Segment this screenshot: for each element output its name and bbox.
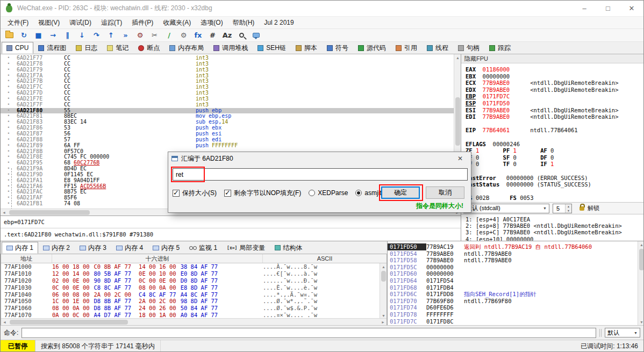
tab-struct[interactable]: 结构体: [270, 242, 307, 254]
tab-memory-3[interactable]: 内存 3: [75, 242, 111, 254]
splitter-handle[interactable]: [599, 329, 602, 337]
search-button[interactable]: [235, 30, 248, 41]
dump-row[interactable]: 77AF10700A 00 0C 00A4 D7 AF 7718 00 1A 0…: [1, 312, 380, 318]
stack-row[interactable]: 0171FD78FFFFFFFF: [388, 311, 638, 318]
breakpoint-dot[interactable]: •: [1, 131, 17, 137]
menu-item-3[interactable]: 追踪(T): [96, 17, 127, 29]
stack-arg-line[interactable]: 3: [esp+C] 77B9ABE0 <ntdll.DbgUiRemoteBr…: [466, 229, 644, 235]
nop-fill-checkbox[interactable]: [224, 190, 231, 197]
pause-button[interactable]: ‖: [61, 30, 74, 41]
callconv-select[interactable]: 默认 (stdcall) ▼: [463, 204, 549, 213]
hash-button[interactable]: #: [206, 30, 219, 41]
menu-item-0[interactable]: 文件(F): [3, 17, 33, 29]
breakpoint-dot[interactable]: •: [1, 84, 17, 90]
scroll-thumb[interactable]: [639, 249, 644, 270]
stack-row[interactable]: 0171FD680171FDB4: [388, 284, 638, 291]
tab-breakpoints[interactable]: 断点: [133, 42, 164, 54]
settings-button[interactable]: ⚙: [133, 30, 147, 41]
register-line[interactable]: EFLAGS 00000246: [466, 141, 644, 148]
stack-row[interactable]: 0171FD5877B9ABE0ntdll.77B9ABE0: [388, 257, 638, 264]
scroll-up-icon[interactable]: ▲: [638, 241, 644, 248]
menu-item-7[interactable]: 帮助(H): [228, 17, 260, 29]
breakpoint-dot[interactable]: •: [1, 143, 17, 149]
hide-fpu-button[interactable]: 隐藏FPU: [461, 54, 644, 63]
stack-arg-line[interactable]: 2: [esp+8] 77B9ABE0 <ntdll.DbgUiRemoteBr…: [466, 222, 644, 229]
register-line[interactable]: [466, 168, 644, 175]
dump-row[interactable]: 77AF106008 00 0A 00D8 8B AF 7724 00 26 0…: [1, 305, 380, 312]
stack-row[interactable]: 0171FD5477B9ABE0ntdll.77B9ABE0: [388, 250, 638, 257]
keep-size-checkbox[interactable]: [173, 190, 180, 197]
tab-memory-5[interactable]: 内存 5: [148, 242, 184, 254]
tab-call-stack[interactable]: 调用堆栈: [209, 42, 253, 54]
tab-script[interactable]: 脚本: [291, 42, 322, 54]
register-line[interactable]: ZF 1 PF 1 AF 0: [466, 147, 644, 154]
stack-row[interactable]: 0171FD6000000000: [388, 270, 638, 277]
tab-trace[interactable]: 跟踪: [484, 42, 516, 54]
step-into-button[interactable]: ↓: [75, 30, 89, 41]
run-button[interactable]: →: [46, 30, 60, 41]
restart-button[interactable]: ↻: [17, 30, 31, 41]
step-out-button[interactable]: ↑: [104, 30, 118, 41]
breakpoint-dot[interactable]: •: [1, 154, 17, 160]
dump-row[interactable]: 77AF101012 00 14 0080 5B AF 770E 00 10 0…: [1, 270, 380, 277]
dump-vscrollbar[interactable]: ▲ ▼: [380, 263, 387, 319]
calculator-fx-button[interactable]: fx: [191, 30, 205, 41]
register-line[interactable]: [466, 120, 644, 127]
breakpoint-dot[interactable]: •: [1, 73, 17, 79]
tab-memory-4[interactable]: 内存 4: [111, 242, 148, 254]
stack-arg-line[interactable]: 4: [esp+10] 00000000: [466, 236, 644, 241]
stop-button[interactable]: ■: [32, 30, 45, 41]
register-line[interactable]: LastStatus 00000000 (STATUS_SUCCESS): [466, 181, 644, 188]
menu-item-2[interactable]: 调试(D): [65, 17, 96, 29]
tab-watch-1[interactable]: 监视 1: [184, 242, 222, 254]
register-line[interactable]: EBX 00000000: [466, 73, 644, 80]
tab-graph[interactable]: 流程图: [33, 42, 71, 54]
menu-item-5[interactable]: 收藏夹(A): [158, 17, 196, 29]
ok-button[interactable]: 确定: [381, 186, 420, 199]
unlock-label[interactable]: 解锁: [588, 204, 599, 212]
breakpoint-dot[interactable]: •: [1, 113, 17, 119]
breakpoint-dot[interactable]: •: [1, 119, 17, 125]
stack-row[interactable]: 0171FD7C0171FD8C: [388, 318, 638, 325]
minimize-button[interactable]: –: [573, 1, 596, 17]
register-line[interactable]: EBP 0171FD7C: [466, 93, 644, 100]
dialog-close-button[interactable]: ✕: [453, 155, 468, 162]
scroll-thumb[interactable]: [9, 210, 90, 215]
command-input[interactable]: [22, 328, 596, 338]
scroll-thumb[interactable]: [455, 97, 460, 146]
command-profile-select[interactable]: 默认 ▼: [605, 328, 640, 337]
register-line[interactable]: [466, 134, 644, 141]
menu-item-8[interactable]: Jul 2 2019: [259, 17, 298, 28]
dump-row[interactable]: 77AF104006 00 08 002A 00 2C 00C4 8C AF 7…: [1, 291, 380, 298]
tab-notes[interactable]: 笔记: [102, 42, 133, 54]
stack-row[interactable]: 0171FD6C0171FDD8指向SEH_Record[1]的指针: [388, 291, 638, 298]
breakpoint-dot[interactable]: •: [1, 78, 17, 84]
tab-handles[interactable]: 句柄: [453, 42, 484, 54]
cancel-button[interactable]: 取消: [426, 186, 464, 199]
stack-row[interactable]: 0171FD5077B9AC19返回到 ntdll.77B9AC19 自 ntd…: [388, 243, 638, 250]
stack-row[interactable]: 0171FD7077B69F80ntdll.77B69F80: [388, 298, 638, 305]
tab-memory-map[interactable]: 内存布局: [164, 42, 209, 54]
comments-button[interactable]: [249, 30, 263, 41]
stack-row[interactable]: 0171FD74D60FE6D6: [388, 304, 638, 311]
breakpoint-dot[interactable]: •: [1, 55, 17, 61]
dump-row[interactable]: 77AF102002 00 0E 0090 8D AF 770C 00 0E 0…: [1, 277, 380, 284]
open-button[interactable]: [3, 30, 16, 41]
dump-row[interactable]: 77AF100016 00 18 00C0 8B AF 7714 00 16 0…: [1, 263, 380, 270]
case-az-button[interactable]: Az: [220, 30, 234, 41]
tab-memory-1[interactable]: 内存 1: [2, 242, 38, 254]
tab-references[interactable]: 引用: [391, 42, 422, 54]
breakpoint-dot[interactable]: •: [1, 108, 17, 114]
gears-button[interactable]: ⚙: [177, 30, 190, 41]
register-line[interactable]: ECX 77B9ABE0 <ntdll.DbgUiRemoteBreakin>: [466, 80, 644, 87]
spinner-arrows[interactable]: ▲▼: [565, 204, 571, 213]
register-line[interactable]: ESP 0171FD50: [466, 100, 644, 107]
register-line[interactable]: CF 0 TF 0 IF 1: [466, 161, 644, 168]
register-line[interactable]: EAX 01186000: [466, 66, 644, 73]
dump-row[interactable]: 77AF10300C 00 0E 00C8 8C AF 7708 00 0A 0…: [1, 284, 380, 291]
assemble-button[interactable]: /: [162, 30, 176, 41]
dump-hscrollbar[interactable]: ◄ ►: [1, 318, 387, 325]
tab-cpu[interactable]: CPU: [2, 42, 33, 54]
breakpoint-dot[interactable]: •: [1, 90, 17, 96]
tab-memory-2[interactable]: 内存 2: [38, 242, 75, 254]
